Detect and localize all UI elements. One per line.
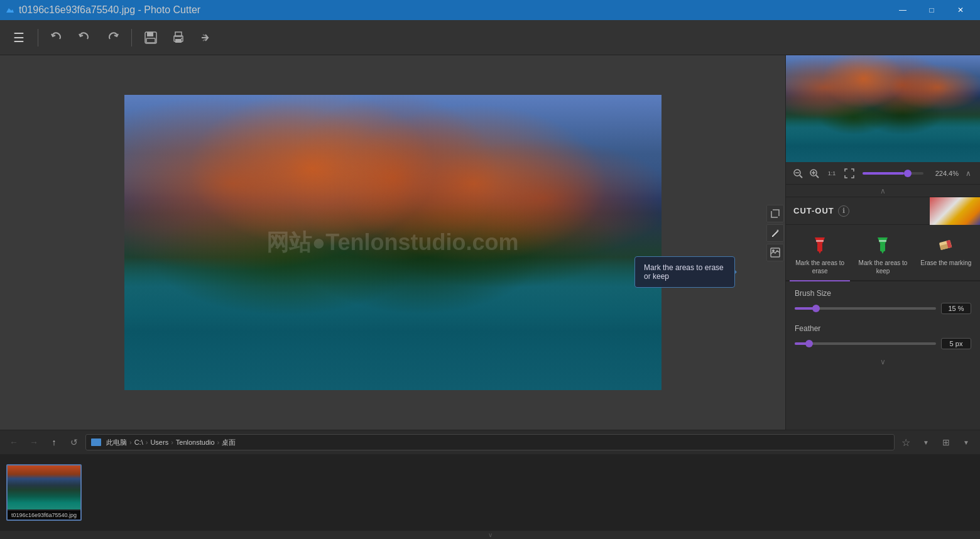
toolbar-separator-2 xyxy=(131,29,132,46)
favorite-button[interactable]: ☆ xyxy=(897,433,915,451)
thumbnail-filename: t0196c16e93f6a75540.jpg xyxy=(8,511,80,520)
brush-size-slider-row: 15 % xyxy=(795,303,971,314)
cutout-info-button[interactable]: ℹ xyxy=(838,205,849,217)
panel-collapse-up-button[interactable]: ∧ xyxy=(961,166,975,180)
tool-mark-erase-button[interactable]: Mark the areas to erase xyxy=(790,230,850,281)
right-panel: 1:1 224.4% ∧ xyxy=(785,55,980,430)
panel-collapse-bar[interactable]: ∧ xyxy=(786,185,980,197)
nav-forward-button[interactable]: → xyxy=(25,433,43,451)
thumbnail-image xyxy=(8,466,80,509)
close-button[interactable]: ✕ xyxy=(946,0,975,20)
image-adj-icon xyxy=(770,248,780,258)
svg-point-7 xyxy=(181,38,182,39)
panel-bottom-collapse[interactable]: ∨ xyxy=(786,354,980,369)
undo-button[interactable] xyxy=(46,26,68,49)
view-dropdown-button[interactable]: ▼ xyxy=(957,433,975,451)
redo-button[interactable] xyxy=(101,26,124,49)
tool-mark-erase-label: Mark the areas to erase xyxy=(792,259,847,275)
path-item-computer[interactable]: 此电脑 xyxy=(106,438,127,447)
maximize-button[interactable]: □ xyxy=(917,0,946,20)
zoom-out-button[interactable] xyxy=(791,166,805,180)
zoom-100-button[interactable]: 1:1 xyxy=(824,166,840,180)
nav-refresh-button[interactable]: ↺ xyxy=(65,433,83,451)
path-item-c[interactable]: C:\ xyxy=(134,438,143,446)
path-item-desktop[interactable]: 桌面 xyxy=(222,438,236,447)
up-icon: ↑ xyxy=(52,437,57,447)
thumbnail-item[interactable]: t0196c16e93f6a75540.jpg xyxy=(6,464,82,521)
nav-back-button[interactable]: ← xyxy=(5,433,23,451)
path-sep-1: › xyxy=(129,438,132,446)
svg-point-11 xyxy=(772,249,775,252)
share-icon xyxy=(199,31,213,45)
cutout-title: CUT-OUT xyxy=(793,206,834,215)
main-layout: 网站●Tenlonstudio.com xyxy=(0,55,980,430)
svg-line-13 xyxy=(800,175,802,178)
menu-button[interactable]: ☰ xyxy=(8,26,30,49)
svg-marker-25 xyxy=(881,251,884,254)
save-button[interactable] xyxy=(139,26,162,49)
path-bar[interactable]: 此电脑 › C:\ › Users › Tenlonstudio › 桌面 xyxy=(85,434,895,450)
titlebar: t0196c16e93f6a75540.jpg - Photo Cutter —… xyxy=(0,0,980,20)
view-button[interactable]: ⊞ xyxy=(937,433,955,451)
mark-keep-icon xyxy=(873,235,893,255)
zoom-fit-button[interactable] xyxy=(842,166,856,180)
svg-rect-2 xyxy=(147,32,153,36)
zoom-out-icon xyxy=(792,168,803,179)
feather-thumb[interactable] xyxy=(805,340,813,347)
thumbnail-strip: t0196c16e93f6a75540.jpg xyxy=(0,455,980,530)
image-adj-button[interactable] xyxy=(766,244,784,261)
share-button[interactable] xyxy=(195,26,217,49)
tool-mark-erase-icon-wrap xyxy=(808,234,831,256)
toolbar: ☰ xyxy=(0,20,980,55)
path-sep-3: › xyxy=(171,438,173,446)
preview-area xyxy=(786,55,980,162)
path-item-users[interactable]: Users xyxy=(150,438,168,446)
zoom-thumb[interactable] xyxy=(904,170,912,177)
tool-mark-keep-button[interactable]: Mark the areas to keep xyxy=(852,230,913,281)
nav-up-button[interactable]: ↑ xyxy=(45,433,63,451)
tool-buttons: Mark the areas to erase xyxy=(786,225,980,281)
canvas-area[interactable]: 网站●Tenlonstudio.com xyxy=(0,55,785,430)
brush-size-thumb[interactable] xyxy=(812,305,820,312)
crop-tool-button[interactable] xyxy=(766,205,784,222)
favorite-dropdown-button[interactable]: ▼ xyxy=(917,433,935,451)
pen-tool-button[interactable] xyxy=(766,224,784,242)
print-button[interactable] xyxy=(167,26,190,49)
toolbar-separator-1 xyxy=(38,29,38,46)
erase-marking-icon xyxy=(936,235,956,255)
collapse-up-icon: ∧ xyxy=(880,187,886,195)
back-icon: ← xyxy=(9,437,18,447)
refresh-icon: ↺ xyxy=(70,437,78,447)
undo-icon xyxy=(50,31,64,45)
brush-size-value[interactable]: 15 % xyxy=(941,303,971,314)
bottom-collapse-bar[interactable]: ∨ xyxy=(0,530,980,539)
undo2-button[interactable] xyxy=(74,26,96,49)
brush-size-label: Brush Size xyxy=(795,289,971,298)
undo2-icon xyxy=(78,31,92,45)
tooltip-text: Mark the areas to erase or keep xyxy=(644,263,724,281)
redo-icon xyxy=(106,31,119,45)
feather-value[interactable]: 5 px xyxy=(941,338,971,349)
save-icon xyxy=(144,31,158,45)
svg-rect-3 xyxy=(146,38,155,43)
zoom-slider[interactable] xyxy=(863,172,923,175)
svg-line-16 xyxy=(816,175,819,178)
path-sep-4: › xyxy=(217,438,220,446)
tool-erase-marking-label: Erase the marking xyxy=(920,259,971,267)
feather-label: Feather xyxy=(795,324,971,333)
tool-erase-marking-button[interactable]: Erase the marking xyxy=(916,230,976,281)
zoom-fit-icon xyxy=(844,168,855,179)
zoom-in-icon xyxy=(808,168,820,179)
pen-icon xyxy=(770,228,780,238)
svg-rect-22 xyxy=(816,240,824,242)
zoom-value: 224.4% xyxy=(930,170,959,177)
zoom-controls: 1:1 224.4% ∧ xyxy=(786,162,980,185)
brush-size-slider[interactable] xyxy=(795,307,936,310)
titlebar-left: t0196c16e93f6a75540.jpg - Photo Cutter xyxy=(5,4,200,16)
minimize-button[interactable]: — xyxy=(888,0,917,20)
path-item-tenlonstudio[interactable]: Tenlonstudio xyxy=(176,438,215,446)
bottom-collapse-icon: ∨ xyxy=(488,531,493,538)
feather-slider[interactable] xyxy=(795,342,936,345)
zoom-in-button[interactable] xyxy=(807,166,821,180)
filebar: ← → ↑ ↺ 此电脑 › C:\ › Users › Tenlonstudio… xyxy=(0,430,980,455)
